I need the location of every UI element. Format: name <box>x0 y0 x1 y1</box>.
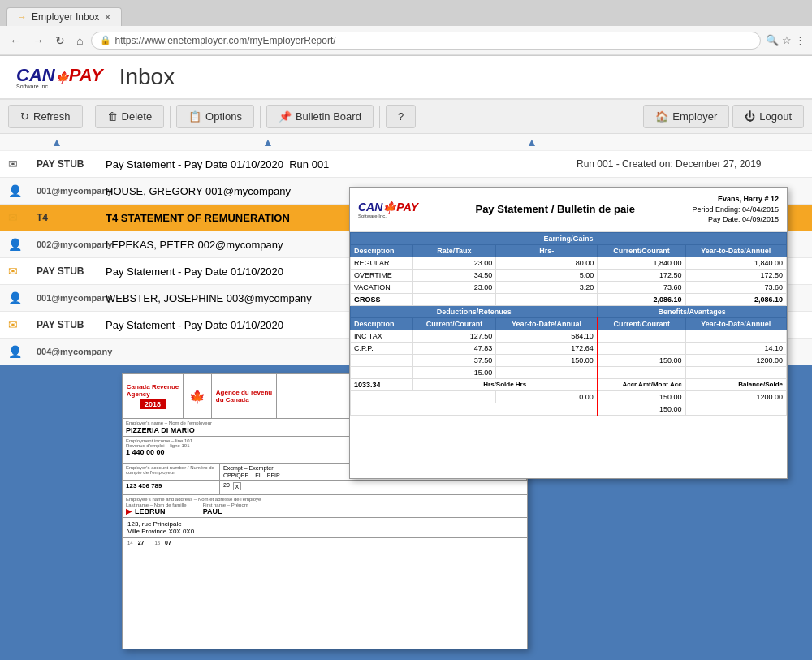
inctax-current: 127.50 <box>412 330 496 342</box>
employee-first-name: PAUL <box>203 507 248 515</box>
ei-label: EI <box>255 472 261 478</box>
ben-current-2 <box>598 342 685 354</box>
browser-chrome: → Employer Inbox ✕ ← → ↻ ⌂ 🔒 https://www… <box>0 0 812 56</box>
ben-ytd-2: 14.10 <box>685 342 786 354</box>
footer-row: 150.00 <box>351 403 787 415</box>
vacation-ytd: 73.60 <box>685 281 786 293</box>
summary-blank <box>351 390 496 403</box>
gross-hrs <box>496 293 598 305</box>
toolbar-divider-2 <box>170 106 171 128</box>
regular-label: REGULAR <box>351 257 413 269</box>
refresh-button[interactable]: ↻ Refresh <box>8 105 83 128</box>
ded-label-3 <box>351 354 413 366</box>
canpay-logo: CAN🍁PAY Software Inc. <box>16 65 103 89</box>
ded-current-3: 37.50 <box>412 354 496 366</box>
summary-row: 1033.34 Hrs/Solde Hrs Accr Amt/Mont Acc … <box>351 378 787 390</box>
table-row: 15.00 <box>351 366 787 378</box>
overtime-label: OVERTIME <box>351 269 413 281</box>
checkbox-row: 20X <box>223 482 524 490</box>
canada-revenue-text: Canada RevenueAgency <box>127 383 179 398</box>
table-row: C.P.P. 47.83 172.64 14.10 <box>351 342 787 354</box>
overtime-rate: 34.50 <box>412 269 496 281</box>
toolbar-divider-3 <box>260 106 261 128</box>
app-header: CAN🍁PAY Software Inc. Inbox <box>0 56 812 100</box>
logout-button[interactable]: ⏻ Logout <box>732 105 804 128</box>
account-label: Employer's account number / Numéro de co… <box>126 465 216 475</box>
deductions-header-row: Deductions/Retenues Benefits/Avantages <box>351 305 787 317</box>
deductions-header: Deductions/Retenues <box>351 305 598 317</box>
ps-software-text: Software Inc. <box>358 214 387 218</box>
toolbar-divider-4 <box>379 106 380 128</box>
bulletin-icon: 📌 <box>279 110 292 123</box>
ps-header: CAN🍁PAY Software Inc. Pay Statement / Bu… <box>350 188 787 232</box>
help-button[interactable]: ? <box>386 105 416 128</box>
nav-bar: ← → ↻ ⌂ 🔒 https://www.enetemployer.com/m… <box>0 26 812 55</box>
gross-current: 2,086.10 <box>598 293 685 305</box>
col-current: Current/Courant <box>598 244 685 257</box>
search-nav-button[interactable]: 🔍 <box>766 34 779 46</box>
options-button[interactable]: 📋 Options <box>176 105 254 128</box>
ben-ytd-3: 1200.00 <box>685 354 786 366</box>
regular-ytd: 1,840.00 <box>685 257 786 269</box>
menu-button[interactable]: ⋮ <box>795 34 806 46</box>
envelope-cell-t4: ✉ <box>8 211 37 224</box>
ded-current-4: 15.00 <box>412 366 496 378</box>
overtime-ytd: 172.50 <box>685 269 786 281</box>
table-row: OVERTIME 34.50 5.00 172.50 172.50 <box>351 269 787 281</box>
cpp-label-ded: C.P.P. <box>351 342 413 354</box>
refresh-icon: ↻ <box>20 110 29 123</box>
table-row: INC TAX 127.50 584.10 <box>351 330 787 342</box>
ben-current-3: 150.00 <box>598 354 685 366</box>
ben-ytd-1 <box>685 330 786 342</box>
person-email-2: 002@mycompany <box>37 239 106 249</box>
person-email-3: 001@mycompany <box>37 293 106 303</box>
arrow-icon: ▶ <box>126 507 132 515</box>
ded-col-ytd: Year-to-Date/Annual <box>496 317 598 330</box>
refresh-nav-button[interactable]: ↻ <box>52 32 68 49</box>
type-cell-3: PAY STUB <box>37 265 106 277</box>
benefits-header: Benefits/Avantages <box>598 305 787 317</box>
ded-col-current: Current/Courant <box>412 317 496 330</box>
sort-arrow-3[interactable]: ▲ <box>430 136 633 149</box>
col-ytd: Year-to-Date/Annuel <box>685 244 786 257</box>
gross-rate <box>412 293 496 305</box>
agence-text: Agence du revenudu Canada <box>216 389 272 403</box>
box14-area: 14 27 <box>123 538 149 550</box>
tab-bar: → Employer Inbox ✕ <box>0 0 812 26</box>
tab-close-button[interactable]: ✕ <box>104 12 111 23</box>
sort-arrow-1[interactable]: ▲ <box>8 136 106 149</box>
ps-can-text: CAN <box>358 201 382 214</box>
footer-blank2 <box>685 403 786 415</box>
person-icon-4: 👤 <box>8 345 22 358</box>
col-hrs: Hrs- <box>496 244 598 257</box>
employer-button[interactable]: 🏠 Employer <box>643 105 729 128</box>
address-line1: 123, rue Principale <box>127 520 522 528</box>
bulletin-board-button[interactable]: 📌 Bulletin Board <box>266 105 374 128</box>
address-bar[interactable]: 🔒 https://www.enetemployer.com/myEmploye… <box>91 32 761 50</box>
footer-val: 150.00 <box>598 403 685 415</box>
ps-pay-text: PAY <box>396 201 418 214</box>
col-description: Description <box>351 244 413 257</box>
person-email-1: 001@mycompany <box>37 186 106 196</box>
ps-main-title: Pay Statement / Bulletin de paie <box>475 203 635 215</box>
pay-statement[interactable]: CAN🍁PAY Software Inc. Pay Statement / Bu… <box>349 187 788 479</box>
home-button[interactable]: ⌂ <box>73 32 86 49</box>
toolbar: ↻ Refresh 🗑 Delete 📋 Options 📌 Bulletin … <box>0 100 812 134</box>
overtime-current: 172.50 <box>598 269 685 281</box>
delete-button[interactable]: 🗑 Delete <box>95 105 165 128</box>
ben-col-current: Current/Courant <box>598 317 685 330</box>
canada-flag-icon: 🍁 <box>189 389 205 404</box>
envelope-icon-4: ✉ <box>8 318 18 331</box>
person-icon-2: 👤 <box>8 238 22 251</box>
person-icon-3: 👤 <box>8 291 22 304</box>
tab-title: Employer Inbox <box>32 11 99 23</box>
browser-tab[interactable]: → Employer Inbox ✕ <box>6 7 122 26</box>
star-button[interactable]: ☆ <box>782 34 792 46</box>
forward-button[interactable]: → <box>29 32 47 49</box>
inbox-row-1[interactable]: ✉ PAY STUB Pay Statement - Pay Date 01/1… <box>0 151 812 178</box>
person-icon-cell-1: 👤 <box>8 184 37 197</box>
software-inc-text: Software Inc. <box>16 84 50 89</box>
back-button[interactable]: ← <box>6 32 24 49</box>
employer-icon: 🏠 <box>655 110 668 123</box>
sort-arrow-2[interactable]: ▲ <box>106 136 430 149</box>
